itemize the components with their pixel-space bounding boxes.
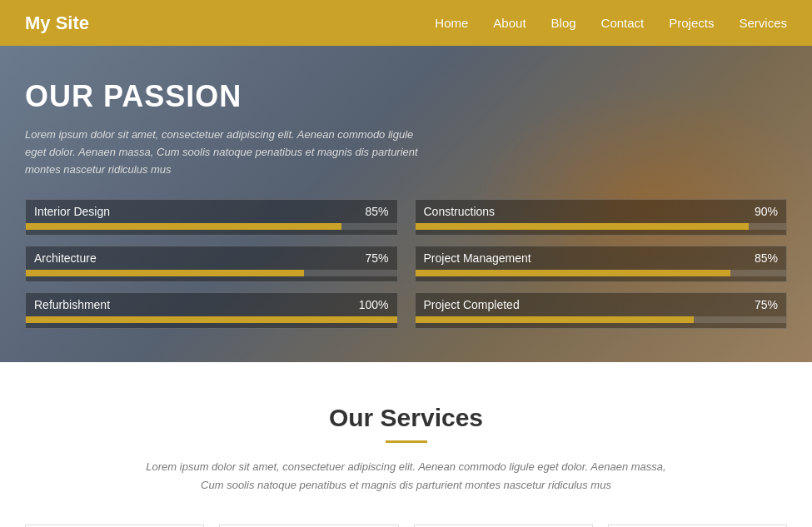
progress-value: 85%	[365, 205, 388, 218]
hero-subtitle: Lorem ipsum dolor sit amet, consectetuer…	[25, 127, 433, 178]
progress-bar-item: Project Completed75%	[415, 292, 788, 329]
services-section: Our Services Lorem ipsum dolor sit amet,…	[0, 362, 812, 527]
nav-links: HomeAboutBlogContactProjectsServices	[435, 16, 787, 31]
hero-content: OUR PASSION Lorem ipsum dolor sit amet, …	[25, 79, 433, 199]
feature-card: EXPLORE THE FEATURESProject Planning	[219, 525, 398, 527]
feature-card: EXPLORE THE FEATURESRefurbishments	[414, 525, 593, 527]
progress-bar-item: Constructions90%	[415, 199, 788, 236]
progress-fill	[416, 316, 694, 323]
progress-label-row: Project Completed75%	[416, 293, 787, 316]
progress-value: 100%	[359, 298, 389, 311]
progress-label: Architecture	[34, 251, 97, 265]
progress-fill	[26, 270, 304, 276]
nav-link-item[interactable]: About	[493, 16, 526, 31]
nav-link[interactable]: About	[493, 16, 526, 30]
hero-title: OUR PASSION	[25, 79, 433, 114]
progress-grid: Interior Design85%Constructions90%Archit…	[25, 199, 787, 329]
progress-track	[416, 223, 787, 230]
progress-value: 85%	[755, 251, 778, 265]
progress-track	[26, 223, 397, 230]
nav-link-item[interactable]: Contact	[601, 16, 645, 31]
progress-label: Constructions	[424, 205, 496, 218]
progress-track	[26, 270, 397, 276]
nav-link[interactable]: Projects	[669, 16, 714, 30]
progress-label: Interior Design	[34, 205, 110, 218]
progress-value: 90%	[755, 205, 778, 218]
services-title: Our Services	[25, 404, 787, 432]
brand-logo: My Site	[25, 12, 89, 34]
progress-fill	[26, 223, 341, 230]
progress-value: 75%	[365, 251, 388, 265]
progress-label-row: Refurbishment100%	[26, 293, 397, 316]
nav-link[interactable]: Contact	[601, 16, 645, 30]
nav-link[interactable]: Home	[435, 16, 468, 30]
progress-label: Project Completed	[424, 298, 520, 311]
progress-fill	[416, 223, 750, 230]
navbar: My Site HomeAboutBlogContactProjectsServ…	[0, 0, 812, 46]
progress-track	[416, 270, 787, 276]
progress-track	[26, 316, 397, 323]
progress-bar-item: Interior Design85%	[25, 199, 398, 236]
progress-label: Refurbishment	[34, 298, 110, 311]
nav-link-item[interactable]: Services	[739, 16, 787, 31]
progress-bar-item: Refurbishment100%	[25, 292, 398, 329]
services-description: Lorem ipsum dolor sit amet, consectetuer…	[136, 458, 677, 495]
hero-section: OUR PASSION Lorem ipsum dolor sit amet, …	[0, 46, 812, 362]
nav-link[interactable]: Services	[739, 16, 787, 30]
nav-link-item[interactable]: Home	[435, 16, 468, 31]
feature-cards: EXPLORE THE FEATURESGeneral ContractsEXP…	[25, 525, 787, 527]
progress-bar-item: Project Management85%	[415, 246, 788, 282]
nav-link[interactable]: Blog	[551, 16, 576, 30]
progress-label-row: Constructions90%	[416, 200, 787, 223]
feature-card: EXPLORE THE FEATURESGeneral Contracts	[25, 525, 204, 527]
progress-bar-item: Architecture75%	[25, 246, 398, 282]
progress-value: 75%	[755, 298, 778, 311]
progress-label-row: Interior Design85%	[26, 200, 397, 223]
progress-track	[416, 316, 787, 323]
progress-label-row: Architecture75%	[26, 246, 397, 270]
nav-link-item[interactable]: Blog	[551, 16, 576, 31]
progress-label: Project Management	[424, 251, 531, 265]
progress-fill	[416, 270, 731, 276]
feature-card: EXPLORE THE FEATURESInterior Desing	[608, 525, 787, 527]
services-underline	[386, 440, 427, 443]
progress-label-row: Project Management85%	[416, 246, 787, 270]
nav-link-item[interactable]: Projects	[669, 16, 714, 31]
progress-fill	[26, 316, 397, 323]
